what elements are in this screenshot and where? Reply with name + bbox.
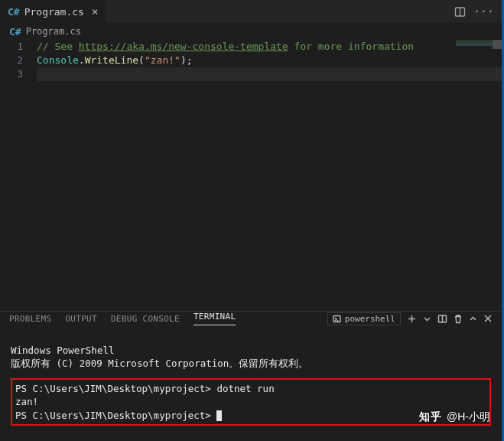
- csharp-icon: C#: [8, 6, 20, 18]
- terminal-profile-dropdown[interactable]: powershell: [327, 312, 401, 325]
- terminal-cursor: [216, 410, 222, 421]
- more-icon[interactable]: ···: [473, 6, 494, 18]
- code-line[interactable]: // See https://aka.ms/new-console-templa…: [37, 40, 502, 54]
- tab-terminal[interactable]: TERMINAL: [193, 312, 236, 325]
- csharp-icon: C#: [9, 26, 21, 38]
- tab-output[interactable]: OUTPUT: [65, 314, 97, 324]
- split-editor-icon[interactable]: [454, 6, 466, 18]
- watermark: 知乎 @H-小明: [419, 410, 490, 424]
- code-area[interactable]: // See https://aka.ms/new-console-templa…: [37, 40, 502, 311]
- editor-tabs: C# Program.cs × ···: [0, 0, 502, 23]
- line-number: 3: [0, 67, 23, 81]
- close-icon[interactable]: ×: [92, 5, 98, 18]
- terminal-line: 版权所有 (C) 2009 Microsoft Corporation。保留所有…: [11, 358, 308, 369]
- trash-icon[interactable]: [454, 314, 463, 324]
- watermark-brand: 知乎: [419, 410, 442, 424]
- tab-debug-console[interactable]: DEBUG CONSOLE: [111, 314, 180, 324]
- code-line[interactable]: [37, 67, 502, 81]
- line-number: 1: [0, 40, 23, 54]
- powershell-icon: [333, 315, 341, 323]
- panel-tabs: PROBLEMS OUTPUT DEBUG CONSOLE TERMINAL p…: [0, 312, 502, 325]
- watermark-user: @H-小明: [447, 410, 490, 424]
- scrollbar-thumb[interactable]: [493, 40, 502, 49]
- code-editor[interactable]: 123 // See https://aka.ms/new-console-te…: [0, 40, 502, 311]
- breadcrumb[interactable]: C# Program.cs: [0, 23, 502, 40]
- chevron-up-icon[interactable]: [469, 315, 477, 323]
- dropdown-label: powershell: [345, 314, 395, 324]
- chevron-down-icon[interactable]: [423, 315, 431, 323]
- tab-problems[interactable]: PROBLEMS: [9, 314, 51, 324]
- line-number: 2: [0, 54, 23, 67]
- breadcrumb-filename: Program.cs: [26, 26, 81, 37]
- terminal-line: Windows PowerShell: [11, 345, 114, 356]
- tab-filename: Program.cs: [24, 6, 84, 18]
- split-terminal-icon[interactable]: [437, 314, 447, 324]
- code-line[interactable]: Console.WriteLine("zan!");: [37, 54, 502, 67]
- close-panel-icon[interactable]: [483, 314, 493, 323]
- new-terminal-icon[interactable]: [407, 314, 417, 324]
- tab-program-cs[interactable]: C# Program.cs ×: [0, 0, 106, 23]
- line-gutter: 123: [0, 40, 37, 311]
